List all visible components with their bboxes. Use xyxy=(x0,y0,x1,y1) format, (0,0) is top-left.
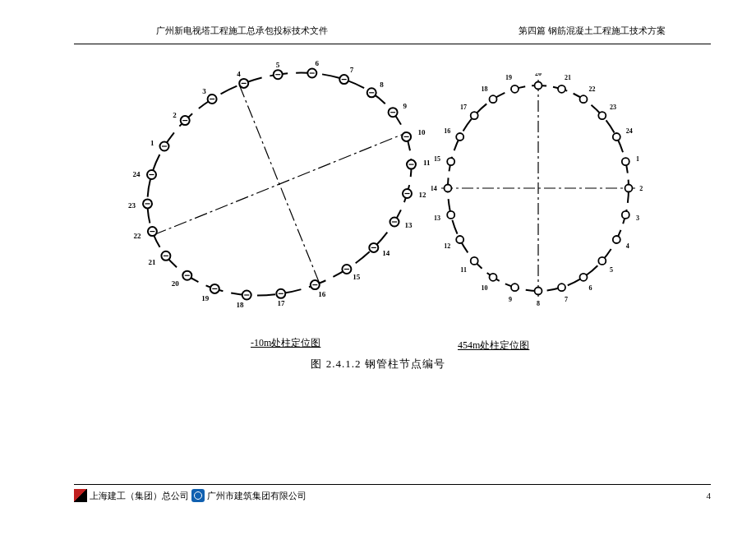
svg-text:13: 13 xyxy=(434,214,440,222)
svg-text:21: 21 xyxy=(149,258,157,266)
svg-text:12: 12 xyxy=(419,191,427,199)
svg-text:6: 6 xyxy=(315,59,319,67)
svg-point-88 xyxy=(622,158,629,165)
svg-text:10: 10 xyxy=(481,284,487,292)
svg-text:16: 16 xyxy=(318,290,326,298)
svg-text:4: 4 xyxy=(237,70,241,78)
svg-text:3: 3 xyxy=(202,87,206,95)
svg-text:22: 22 xyxy=(589,85,596,93)
svg-text:24: 24 xyxy=(133,170,141,178)
svg-point-94 xyxy=(613,236,620,243)
svg-text:5: 5 xyxy=(610,266,613,274)
svg-text:22: 22 xyxy=(134,232,142,240)
svg-text:18: 18 xyxy=(481,85,487,93)
svg-text:9: 9 xyxy=(509,296,512,303)
svg-text:23: 23 xyxy=(610,104,616,111)
svg-text:8: 8 xyxy=(380,81,384,89)
svg-text:15: 15 xyxy=(353,273,361,281)
svg-text:19: 19 xyxy=(201,294,210,302)
page-number: 4 xyxy=(707,491,712,500)
svg-text:5: 5 xyxy=(276,61,280,69)
svg-text:21: 21 xyxy=(565,74,571,81)
logo2-icon xyxy=(191,489,205,502)
svg-text:24: 24 xyxy=(626,127,633,135)
svg-text:17: 17 xyxy=(460,104,467,111)
svg-point-116 xyxy=(447,158,454,165)
svg-text:10: 10 xyxy=(418,128,426,136)
svg-point-110 xyxy=(456,236,463,243)
svg-text:8: 8 xyxy=(537,300,540,307)
svg-text:1: 1 xyxy=(150,139,154,147)
svg-text:12: 12 xyxy=(444,242,450,250)
svg-point-120 xyxy=(471,112,478,119)
header-right-text: 第四篇 钢筋混凝土工程施工技术方案 xyxy=(519,25,666,37)
svg-point-86 xyxy=(613,133,620,141)
svg-text:16: 16 xyxy=(444,127,450,135)
svg-point-92 xyxy=(622,211,629,219)
svg-point-108 xyxy=(471,257,478,265)
svg-text:6: 6 xyxy=(589,284,592,292)
svg-text:2: 2 xyxy=(639,185,643,192)
svg-text:17: 17 xyxy=(278,299,286,307)
left-diagram-caption: -10m处柱定位图 xyxy=(251,336,320,350)
company2-name: 广州市建筑集团有限公司 xyxy=(207,490,307,502)
svg-text:14: 14 xyxy=(382,249,390,257)
right-ellipse-diagram: 202122232412345678910111213141516171819 xyxy=(431,73,645,311)
svg-point-80 xyxy=(558,85,565,93)
svg-point-104 xyxy=(511,284,519,291)
svg-text:14: 14 xyxy=(431,185,437,192)
svg-point-90 xyxy=(625,185,633,192)
svg-text:9: 9 xyxy=(403,102,408,110)
content-area: 123456789101112131415161718192021222324 … xyxy=(0,44,756,398)
svg-point-124 xyxy=(511,85,519,93)
page-header: 广州新电视塔工程施工总承包投标技术文件 第四篇 钢筋混凝土工程施工技术方案 xyxy=(74,0,711,44)
svg-text:18: 18 xyxy=(237,301,245,309)
svg-point-102 xyxy=(535,288,542,295)
svg-text:20: 20 xyxy=(172,279,180,288)
svg-text:7: 7 xyxy=(565,296,568,303)
svg-point-114 xyxy=(445,185,452,192)
svg-point-78 xyxy=(535,82,542,90)
page-footer: 上海建工（集团）总公司 广州市建筑集团有限公司 4 xyxy=(74,484,711,502)
svg-point-106 xyxy=(490,274,497,281)
svg-point-82 xyxy=(580,95,588,103)
svg-text:13: 13 xyxy=(405,221,413,229)
right-diagram-caption: 454m处柱定位图 xyxy=(458,339,529,353)
svg-point-112 xyxy=(447,211,454,219)
footer-left: 上海建工（集团）总公司 广州市建筑集团有限公司 xyxy=(74,489,307,502)
svg-text:1: 1 xyxy=(636,155,639,163)
figure-label: 图 2.4.1.2 钢管柱节点编号 xyxy=(0,357,756,371)
company1-name: 上海建工（集团）总公司 xyxy=(90,490,189,502)
svg-text:19: 19 xyxy=(505,74,512,81)
svg-text:15: 15 xyxy=(434,155,440,163)
svg-point-118 xyxy=(456,133,463,141)
diagram-container: 123456789101112131415161718192021222324 … xyxy=(127,48,662,328)
svg-line-2 xyxy=(239,85,319,283)
svg-text:11: 11 xyxy=(460,266,467,274)
svg-point-84 xyxy=(598,112,606,119)
svg-point-122 xyxy=(490,95,497,103)
svg-text:2: 2 xyxy=(173,111,177,119)
logo1-icon xyxy=(74,489,87,502)
svg-text:20: 20 xyxy=(535,73,542,77)
svg-point-96 xyxy=(598,257,606,265)
svg-text:23: 23 xyxy=(128,201,136,210)
svg-text:11: 11 xyxy=(423,159,431,167)
svg-text:3: 3 xyxy=(636,214,639,222)
svg-text:4: 4 xyxy=(626,242,629,250)
left-ellipse-diagram: 123456789101112131415161718192021222324 xyxy=(127,48,431,328)
svg-point-100 xyxy=(558,284,565,291)
svg-point-98 xyxy=(580,274,588,281)
header-left-text: 广州新电视塔工程施工总承包投标技术文件 xyxy=(156,25,328,37)
svg-text:7: 7 xyxy=(350,66,354,74)
